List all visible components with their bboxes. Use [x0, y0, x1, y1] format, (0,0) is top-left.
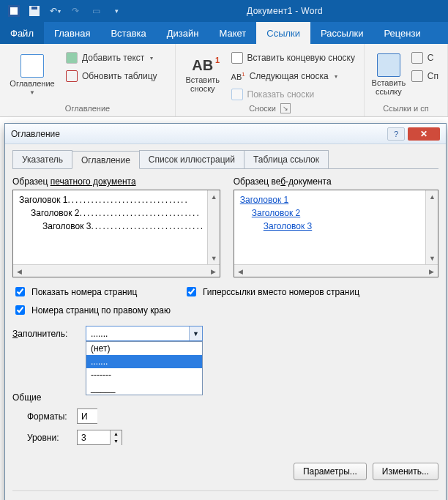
- dialog-titlebar: Оглавление ? ✕: [5, 124, 446, 144]
- chevron-down-icon: ▼: [29, 89, 35, 96]
- web-preview-label: Образец веб-документа: [234, 176, 438, 187]
- toc-icon: [20, 54, 44, 78]
- tab-index[interactable]: Указатель: [12, 150, 72, 168]
- leader-option[interactable]: _____: [86, 381, 202, 395]
- scrollbar-vertical[interactable]: ▲▼: [425, 190, 438, 264]
- touch-mode-icon[interactable]: ▭: [86, 2, 105, 20]
- endnote-label: Вставить концевую сноску: [247, 53, 355, 63]
- insert-footnote-label: Вставить сноску: [185, 75, 220, 93]
- insert-footnote-button[interactable]: AB1 Вставить сноску: [182, 47, 224, 102]
- leader-option[interactable]: -------: [86, 368, 202, 381]
- show-notes-icon: [231, 89, 243, 100]
- dialog-tabs: Указатель Оглавление Список иллюстраций …: [12, 150, 438, 169]
- citation-icon: [377, 53, 400, 77]
- levels-value: 3: [78, 433, 110, 443]
- modify-button[interactable]: Изменить...: [373, 463, 438, 480]
- options-button[interactable]: Параметры...: [294, 463, 367, 480]
- web-preview-link[interactable]: Заголовок 1: [240, 195, 288, 205]
- next-footnote-label: Следующая сноска: [250, 71, 329, 81]
- save-icon[interactable]: [25, 2, 44, 20]
- insert-endnote-button[interactable]: Вставить концевую сноску: [228, 50, 358, 66]
- chevron-down-icon: ▾: [335, 73, 337, 80]
- chevron-down-icon[interactable]: ▼: [189, 327, 202, 340]
- svg-rect-3: [31, 7, 37, 10]
- spin-down-icon[interactable]: ▼: [111, 438, 122, 445]
- print-preview-item: Заголовок 2 ............................…: [19, 208, 214, 218]
- sources-icon: [411, 52, 423, 64]
- dialog-help-button[interactable]: ?: [387, 127, 405, 141]
- footnotes-dialog-launcher[interactable]: ↘: [280, 103, 291, 113]
- style-button[interactable]: Сп: [408, 68, 441, 84]
- tab-leader-combo[interactable]: ....... ▼: [86, 326, 203, 341]
- general-section-label: Общие: [12, 392, 438, 403]
- formats-label: Форматы:: [27, 411, 71, 422]
- manage-sources-button[interactable]: С: [408, 50, 441, 66]
- tab-layout[interactable]: Макет: [209, 22, 256, 44]
- scrollbar-vertical[interactable]: ▲▼: [207, 190, 220, 264]
- spinner-buttons[interactable]: ▲▼: [110, 430, 122, 445]
- show-page-numbers-label: Показать номера страниц: [31, 287, 137, 297]
- qat-customize-icon[interactable]: ▾: [107, 2, 126, 20]
- add-text-button[interactable]: Добавить текст ▾: [63, 50, 160, 66]
- web-preview-box: Заголовок 1Заголовок 2Заголовок 3▲▼ ◀▶: [234, 190, 438, 277]
- dialog-close-button[interactable]: ✕: [408, 127, 440, 141]
- toc-button[interactable]: Оглавление ▼: [6, 47, 59, 102]
- sources-label: С: [428, 53, 434, 63]
- web-preview-item: Заголовок 2: [240, 208, 432, 218]
- tab-home[interactable]: Главная: [44, 22, 100, 44]
- web-preview-link[interactable]: Заголовок 3: [264, 221, 312, 231]
- hyperlinks-checkbox[interactable]: Гиперссылки вместо номеров страниц: [184, 285, 359, 299]
- tab-references[interactable]: Ссылки: [256, 22, 310, 44]
- quick-access-toolbar: ↶▾ ↷ ▭ ▾: [4, 2, 126, 20]
- next-footnote-button[interactable]: AB1 Следующая сноска ▾: [228, 68, 358, 84]
- document-title: Документ1 - Word: [126, 6, 444, 16]
- tab-insert[interactable]: Вставка: [100, 22, 156, 44]
- tab-leader-dropdown[interactable]: (нет).......-------_____: [86, 341, 203, 395]
- formats-combo[interactable]: И: [77, 408, 97, 424]
- right-align-checkbox[interactable]: Номера страниц по правому краю: [12, 303, 171, 317]
- tab-toc-dialog[interactable]: Оглавление: [72, 151, 140, 169]
- tab-review[interactable]: Рецензи: [373, 22, 430, 44]
- hyperlinks-input[interactable]: [187, 287, 196, 296]
- tab-file[interactable]: Файл: [0, 22, 44, 44]
- scrollbar-horizontal[interactable]: ◀▶: [13, 264, 220, 277]
- update-table-button[interactable]: Обновить таблицу: [63, 68, 160, 84]
- chevron-down-icon: ▾: [150, 55, 153, 61]
- formats-value: И: [78, 411, 97, 422]
- group-toc: Оглавление ▼ Добавить текст ▾ Обновить т…: [0, 44, 176, 116]
- show-page-numbers-input[interactable]: [15, 287, 25, 296]
- scrollbar-horizontal[interactable]: ◀▶: [234, 264, 438, 277]
- right-align-label: Номера страниц по правому краю: [31, 305, 171, 316]
- print-preview-box: Заголовок 1 ............................…: [12, 190, 220, 277]
- group-citations-label: Ссылки и сп: [383, 104, 428, 113]
- show-page-numbers-checkbox[interactable]: Показать номера страниц: [12, 285, 171, 299]
- tab-authorities[interactable]: Таблица ссылок: [244, 150, 329, 168]
- redo-icon: ↷: [66, 2, 85, 20]
- right-align-input[interactable]: [15, 305, 25, 315]
- web-preview-link[interactable]: Заголовок 2: [252, 208, 300, 218]
- tab-figures[interactable]: Список иллюстраций: [139, 150, 244, 168]
- toc-label: Оглавление: [10, 79, 54, 88]
- levels-spinner[interactable]: 3 ▲▼: [77, 430, 122, 445]
- ribbon-tabs: Файл Главная Вставка Дизайн Макет Ссылки…: [0, 22, 448, 44]
- show-notes-label: Показать сноски: [247, 89, 315, 100]
- dialog-title: Оглавление: [11, 129, 60, 139]
- print-preview-label: Образец печатного документа: [12, 176, 220, 187]
- leader-option[interactable]: (нет): [86, 342, 202, 355]
- style-icon: [411, 70, 423, 82]
- group-footnotes-label: Сноски: [249, 104, 276, 113]
- undo-icon[interactable]: ↶▾: [45, 2, 64, 20]
- insert-citation-label: Вставить ссылку: [372, 78, 406, 96]
- show-notes-button: Показать сноски: [228, 86, 358, 102]
- spin-up-icon[interactable]: ▲: [111, 430, 122, 438]
- add-text-label: Добавить текст: [82, 53, 144, 63]
- leader-option[interactable]: .......: [86, 355, 202, 368]
- word-titlebar: ↶▾ ↷ ▭ ▾ Документ1 - Word: [0, 0, 448, 22]
- insert-citation-button[interactable]: Вставить ссылку: [370, 47, 407, 102]
- tab-design[interactable]: Дизайн: [157, 22, 209, 44]
- svg-rect-1: [10, 7, 18, 15]
- add-text-icon: [66, 52, 78, 64]
- print-preview-item: Заголовок 3 ............................…: [19, 221, 214, 231]
- tab-mailings[interactable]: Рассылки: [310, 22, 373, 44]
- word-menu-icon[interactable]: [4, 2, 23, 20]
